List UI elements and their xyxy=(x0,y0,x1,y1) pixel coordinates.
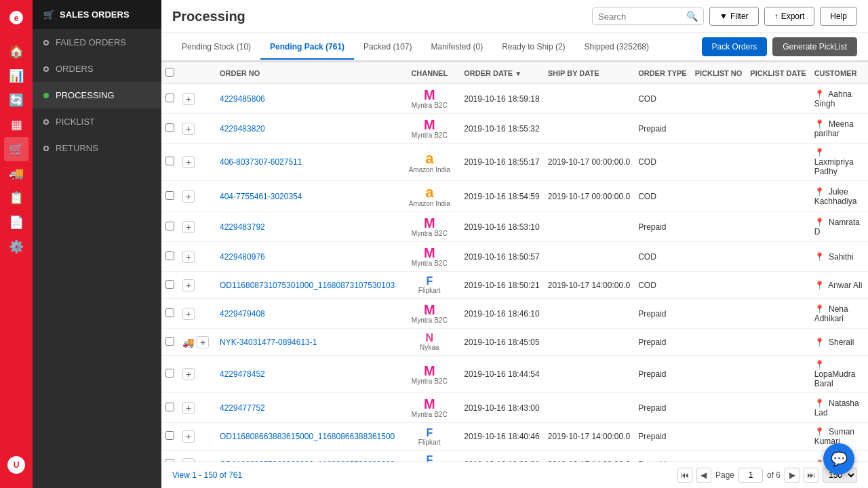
sidebar-nav: 🛒 SALES ORDERS FAILED ORDERSORDERSPROCES… xyxy=(33,0,161,488)
expand-button-7[interactable]: + xyxy=(182,308,195,320)
location-pin-8: 📍 xyxy=(814,338,825,347)
tab-ready-to-ship[interactable]: Ready to Ship (2) xyxy=(492,35,574,60)
row-actions-1: + xyxy=(178,114,216,144)
expand-button-9[interactable]: + xyxy=(182,368,195,380)
nav-dot-returns xyxy=(43,146,49,151)
row-checkbox-6[interactable] xyxy=(165,280,174,289)
table-row: 🚚 + NYK-34031477-0894613-1 N Nykaa 2019-… xyxy=(161,329,868,356)
sidebar-item-failed-orders[interactable]: FAILED ORDERS xyxy=(33,29,161,56)
row-checkbox-11[interactable] xyxy=(165,431,174,440)
order-date-0: 2019-10-16 18:59:18 xyxy=(460,84,543,114)
row-checkbox-1[interactable] xyxy=(165,123,174,132)
ship-by-date-3: 2019-10-17 00:00:00.0 xyxy=(544,181,634,212)
ship-by-date-1 xyxy=(544,114,634,144)
sidebar-header: 🛒 SALES ORDERS xyxy=(33,0,161,29)
filter-button[interactable]: ▼ Filter xyxy=(709,7,759,26)
row-checkbox-8[interactable] xyxy=(165,337,174,346)
analytics-icon-btn[interactable]: 📊 xyxy=(4,64,28,88)
picklist-date-12 xyxy=(746,451,810,462)
expand-button-3[interactable]: + xyxy=(182,190,195,203)
row-checkbox-2[interactable] xyxy=(165,157,174,165)
row-checkbox-7[interactable] xyxy=(165,308,174,317)
order-no-6: OD116808731075301000_11680873107530103 xyxy=(216,272,399,299)
col-picklist-no: PICKLIST NO xyxy=(691,62,747,84)
tab-manifested[interactable]: Manifested (0) xyxy=(421,35,492,60)
expand-button-5[interactable]: + xyxy=(182,251,195,263)
row-checkbox-0[interactable] xyxy=(165,94,174,102)
prev-page-button[interactable]: ◀ xyxy=(696,468,711,483)
customer-4: 📍 Namrata D xyxy=(810,212,868,242)
truck-icon-btn[interactable]: 🚚 xyxy=(4,161,28,186)
row-actions-10: + xyxy=(178,393,216,423)
row-actions-11: + xyxy=(178,423,216,451)
picklist-no-6 xyxy=(691,272,747,299)
generate-picklist-button[interactable]: Generate PickList xyxy=(772,37,857,56)
table-row: + 4229483792 M Myntra B2C 2019-10-16 18:… xyxy=(161,212,868,242)
expand-button-0[interactable]: + xyxy=(182,93,195,105)
page-number-input[interactable] xyxy=(738,468,763,483)
tabs-right: Pack Orders Generate PickList xyxy=(702,33,857,60)
user-avatar[interactable]: U xyxy=(4,453,28,477)
tab-pending-pack[interactable]: Pending Pack (761) xyxy=(260,35,354,60)
order-no-4: 4229483792 xyxy=(216,212,399,242)
nav-label-returns: RETURNS xyxy=(56,143,98,153)
row-checkbox-9[interactable] xyxy=(165,369,174,378)
home-icon-btn[interactable]: 🏠 xyxy=(4,39,28,64)
view-range-label[interactable]: View 1 - 150 of 761 xyxy=(172,470,242,480)
customer-7: 📍 Neha Adhikari xyxy=(810,299,868,329)
row-checkbox-3[interactable] xyxy=(165,191,174,200)
select-all-checkbox[interactable] xyxy=(165,68,174,77)
logo-button[interactable]: e xyxy=(4,5,28,30)
page-title: Processing xyxy=(172,9,245,24)
expand-button-4[interactable]: + xyxy=(182,221,195,233)
sidebar-item-picklist[interactable]: PICKLIST xyxy=(33,108,161,135)
ship-by-date-10 xyxy=(544,393,634,423)
expand-button-1[interactable]: + xyxy=(182,123,195,135)
help-button[interactable]: Help xyxy=(820,7,857,26)
table-row: + 406-8037307-6027511 a Amazon India 201… xyxy=(161,144,868,181)
page-label: Page xyxy=(715,470,734,480)
sidebar-item-processing[interactable]: PROCESSING xyxy=(33,82,161,108)
chat-bubble-button[interactable]: 💬 xyxy=(823,443,854,474)
expand-button-11[interactable]: + xyxy=(182,430,195,443)
expand-button-6[interactable]: + xyxy=(182,279,195,291)
order-no-9: 4229478452 xyxy=(216,356,399,393)
document-icon-btn[interactable]: 📄 xyxy=(4,210,28,235)
settings-icon-btn[interactable]: ⚙️ xyxy=(4,235,28,259)
search-icon[interactable]: 🔍 xyxy=(686,11,698,22)
truck-icon: 🚚 xyxy=(182,337,194,348)
last-page-button[interactable]: ⏭ xyxy=(804,468,818,483)
expand-button-2[interactable]: + xyxy=(182,156,195,168)
row-checkbox-5[interactable] xyxy=(165,251,174,260)
expand-button-10[interactable]: + xyxy=(182,402,195,414)
next-page-button[interactable]: ▶ xyxy=(785,468,800,483)
customer-9: 📍 LopaMudra Baral xyxy=(810,356,868,393)
row-actions-9: + xyxy=(178,356,216,393)
row-actions-5: + xyxy=(178,242,216,272)
orders-icon-btn[interactable]: 🛒 xyxy=(4,137,28,161)
tab-packed[interactable]: Packed (107) xyxy=(354,35,421,60)
sidebar-item-orders[interactable]: ORDERS xyxy=(33,56,161,82)
ship-by-date-4 xyxy=(544,212,634,242)
ship-by-date-0 xyxy=(544,84,634,114)
search-input[interactable] xyxy=(598,12,686,22)
customer-10: 📍 Natasha Lad xyxy=(810,393,868,423)
order-type-8: Prepaid xyxy=(634,329,691,356)
first-page-button[interactable]: ⏮ xyxy=(677,468,692,483)
topbar: Processing 🔍 ▼ Filter ↑ Export Help xyxy=(161,0,868,33)
tab-shipped[interactable]: Shipped (325268) xyxy=(575,35,658,60)
pack-orders-button[interactable]: Pack Orders xyxy=(702,37,768,56)
export-button[interactable]: ↑ Export xyxy=(764,7,815,26)
order-date-11: 2019-10-16 18:40:46 xyxy=(460,423,543,451)
row-checkbox-4[interactable] xyxy=(165,222,174,230)
grid-icon-btn[interactable]: ▦ xyxy=(4,113,28,137)
tab-pending-stock[interactable]: Pending Stock (10) xyxy=(172,35,260,60)
row-checkbox-10[interactable] xyxy=(165,403,174,411)
sidebar-item-returns[interactable]: RETURNS xyxy=(33,135,161,161)
row-actions-0: + xyxy=(178,84,216,114)
picklist-no-5 xyxy=(691,242,747,272)
expand-button-8[interactable]: + xyxy=(197,336,209,348)
clipboard-icon-btn[interactable]: 📋 xyxy=(4,186,28,210)
location-pin-3: 📍 xyxy=(814,187,825,197)
sync-icon-btn[interactable]: 🔄 xyxy=(4,88,28,113)
